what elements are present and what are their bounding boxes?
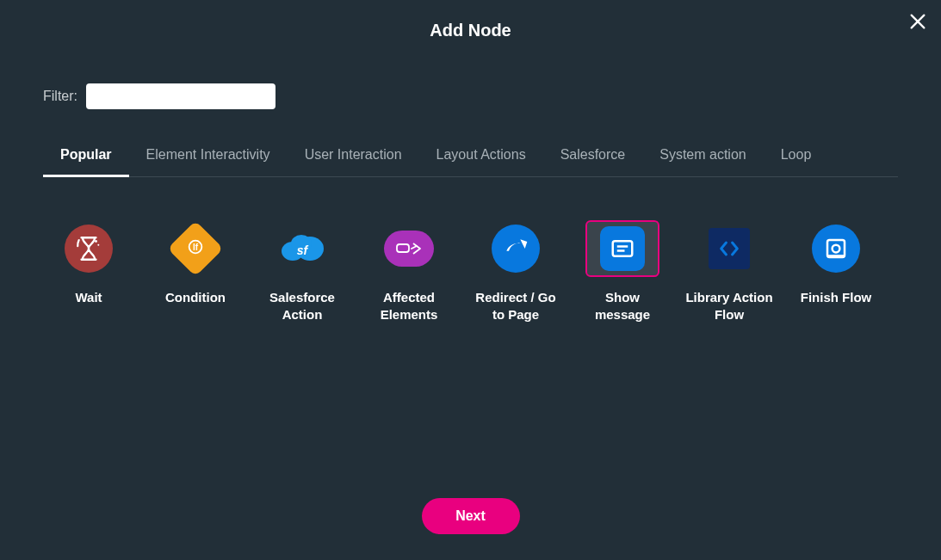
svg-text:If: If <box>193 243 199 252</box>
node-label: Wait <box>75 289 102 306</box>
finish-flow-icon <box>812 225 860 273</box>
svg-point-3 <box>97 244 99 246</box>
svg-rect-11 <box>613 241 633 256</box>
add-node-modal: Add Node Filter: Popular Element Interac… <box>0 0 941 560</box>
node-show-message[interactable]: Show message <box>577 220 668 323</box>
node-icon-wrap <box>692 220 766 277</box>
svg-point-15 <box>833 245 840 253</box>
node-label: Show message <box>577 289 668 323</box>
node-finish-flow[interactable]: Finish Flow <box>790 220 882 323</box>
nodes-grid: Wait If Condition sf <box>43 220 941 323</box>
next-button[interactable]: Next <box>422 498 520 534</box>
svg-rect-10 <box>397 244 409 252</box>
node-label: Library Action Flow <box>684 289 775 323</box>
tab-popular[interactable]: Popular <box>43 138 129 177</box>
tabs: Popular Element Interactivity User Inter… <box>43 138 898 177</box>
node-icon-wrap <box>372 220 446 277</box>
redirect-icon <box>492 225 540 273</box>
node-label: Salesforce Action <box>257 289 348 323</box>
filter-input[interactable] <box>86 83 275 109</box>
svg-point-2 <box>95 240 97 243</box>
condition-icon: If <box>167 220 223 276</box>
library-icon <box>709 228 750 269</box>
node-condition[interactable]: If Condition <box>150 220 241 323</box>
node-icon-wrap <box>585 220 659 277</box>
affected-elements-icon <box>384 231 434 267</box>
node-label: Affected Elements <box>363 289 455 323</box>
close-icon <box>908 12 927 31</box>
tab-loop[interactable]: Loop <box>764 138 829 176</box>
close-button[interactable] <box>908 12 929 33</box>
node-icon-wrap <box>52 220 126 277</box>
node-redirect[interactable]: Redirect / Go to Page <box>470 220 561 323</box>
tab-system-action[interactable]: System action <box>642 138 763 176</box>
tab-salesforce[interactable]: Salesforce <box>543 138 643 176</box>
node-icon-wrap: If <box>158 220 232 277</box>
tab-user-interaction[interactable]: User Interaction <box>288 138 419 176</box>
svg-rect-14 <box>827 240 845 257</box>
node-label: Finish Flow <box>801 289 872 306</box>
filter-row: Filter: <box>43 83 941 109</box>
wait-icon <box>65 225 113 273</box>
node-icon-wrap <box>799 220 873 277</box>
message-icon <box>600 226 645 271</box>
tab-element-interactivity[interactable]: Element Interactivity <box>129 138 288 176</box>
node-icon-wrap <box>479 220 553 277</box>
modal-title: Add Node <box>0 0 941 40</box>
filter-label: Filter: <box>43 89 77 104</box>
salesforce-icon: sf <box>277 229 327 268</box>
node-salesforce-action[interactable]: sf Salesforce Action <box>257 220 348 323</box>
node-library-action-flow[interactable]: Library Action Flow <box>684 220 775 323</box>
node-label: Condition <box>165 289 226 306</box>
node-wait[interactable]: Wait <box>43 220 134 323</box>
node-affected-elements[interactable]: Affected Elements <box>363 220 455 323</box>
tab-layout-actions[interactable]: Layout Actions <box>419 138 543 176</box>
node-label: Redirect / Go to Page <box>470 289 561 323</box>
svg-text:sf: sf <box>297 243 309 257</box>
node-icon-wrap: sf <box>265 220 339 277</box>
